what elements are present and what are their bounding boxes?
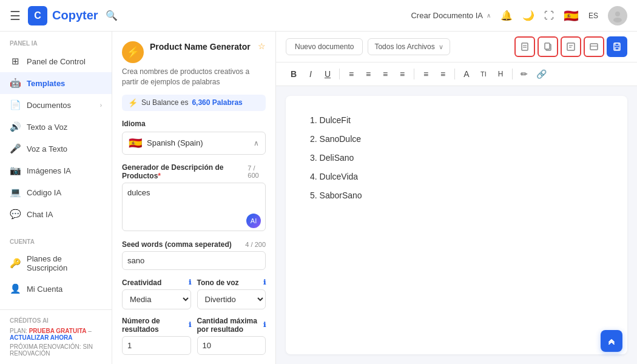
mi-cuenta-icon: 👤: [10, 283, 21, 294]
balance-icon: ⚡: [128, 98, 138, 107]
seed-input[interactable]: [122, 251, 266, 270]
format-text-size[interactable]: TI: [476, 66, 491, 82]
document-content[interactable]: 1. DulceFit 2. SanoDulce 3. DeliSano 4. …: [286, 96, 627, 354]
format-heading[interactable]: H: [493, 66, 508, 82]
sidebar-item-panel-control[interactable]: ⊞ Panel de Control: [0, 50, 112, 72]
sidebar-item-codigo-ia-label: Código IA: [27, 188, 61, 197]
format-list-unordered[interactable]: ≡: [435, 66, 451, 82]
sidebar-item-documentos-label: Documentos: [27, 101, 71, 110]
list-item: 4. DulceVida: [310, 170, 603, 183]
format-justify[interactable]: ≡: [394, 66, 410, 82]
description-char-count: 7 / 600: [248, 164, 266, 179]
plan-highlight: PRUEBA GRATUITA: [29, 328, 87, 334]
file-chevron-icon: ∨: [439, 43, 443, 51]
required-marker: *: [158, 172, 161, 180]
search-icon[interactable]: 🔍: [106, 10, 118, 21]
ai-assist-icon[interactable]: AI: [246, 214, 261, 228]
tone-label: Tono de voz ℹ: [197, 278, 266, 287]
sidebar-item-templates-label: Templates: [27, 79, 65, 88]
sidebar-item-planes[interactable]: 🔑 Planes de Suscripción: [0, 249, 112, 278]
seed-field-header: Seed words (comma seperated) 4 / 200: [122, 240, 266, 249]
sidebar-item-templates[interactable]: 🤖 Templates: [0, 72, 112, 94]
doc-icon-btn-3[interactable]: [561, 36, 581, 57]
format-link[interactable]: 🔗: [533, 66, 549, 82]
description-textarea-wrapper: dulces AI: [122, 183, 266, 233]
format-font-color[interactable]: A: [459, 66, 474, 82]
voz-texto-icon: 🎤: [10, 143, 21, 154]
format-bold[interactable]: B: [286, 66, 302, 82]
star-icon[interactable]: ☆: [258, 41, 266, 51]
seed-char-count: 4 / 200: [245, 241, 266, 248]
doc-icon-btn-save[interactable]: [607, 36, 627, 57]
max-qty-info-icon[interactable]: ℹ: [263, 321, 266, 329]
fmt-sep-3: [454, 69, 455, 79]
crear-documento-button[interactable]: Crear Documento IA ∧: [411, 11, 491, 20]
description-field-label: Generador de Descripción de Productos*: [122, 163, 248, 180]
generator-title: Product Name Generator: [150, 41, 252, 52]
crear-btn-label: Crear Documento IA: [411, 11, 483, 20]
creativity-select[interactable]: Baja Media Alta: [122, 289, 191, 309]
format-underline[interactable]: U: [320, 66, 335, 82]
format-align-left[interactable]: ≡: [343, 66, 359, 82]
document-list: 1. DulceFit 2. SanoDulce 3. DeliSano 4. …: [310, 114, 603, 202]
max-qty-input[interactable]: [197, 336, 266, 355]
documentos-icon: 📄: [10, 99, 21, 110]
new-document-button[interactable]: Nuevo documento: [286, 38, 363, 55]
fmt-sep-2: [414, 69, 414, 79]
language-label: ES: [588, 12, 598, 20]
language-select[interactable]: 🇪🇸 Spanish (Spain) ∧: [122, 132, 266, 155]
format-align-right[interactable]: ≡: [377, 66, 393, 82]
tone-select[interactable]: Formal Divertido Profesional: [197, 289, 266, 309]
svg-point-0: [615, 12, 620, 16]
balance-value: 6,360 Palabras: [192, 98, 242, 107]
planes-icon: 🔑: [10, 258, 21, 269]
logo-box: C: [28, 6, 47, 25]
num-results-info-icon[interactable]: ℹ: [189, 321, 191, 329]
max-qty-label: Cantidad máxima por resultado ℹ: [197, 317, 266, 334]
sidebar-item-documentos[interactable]: 📄 Documentos ›: [0, 94, 112, 116]
creativity-info-icon[interactable]: ℹ: [189, 278, 191, 286]
max-qty-label-text: Cantidad máxima por resultado: [197, 317, 262, 334]
sidebar-item-imagenes-ia[interactable]: 📷 Imágenes IA: [0, 160, 112, 181]
doc-icon-btn-1[interactable]: [514, 36, 535, 57]
actualizar-link[interactable]: ACTUALIZAR AHORA: [10, 334, 73, 341]
hamburger-icon[interactable]: ☰: [10, 8, 21, 23]
list-item: 5. SaborSano: [310, 189, 603, 202]
creativity-label-text: Creatividad: [122, 278, 161, 287]
sidebar-item-voz-texto[interactable]: 🎤 Voz a Texto: [0, 138, 112, 160]
language-flag[interactable]: 🇪🇸: [564, 8, 579, 23]
sidebar-item-chat-ia[interactable]: 💬 Chat IA: [0, 203, 112, 225]
scroll-top-button[interactable]: [601, 330, 622, 352]
generator-description: Crea nombres de productos creativos a pa…: [122, 67, 266, 87]
app-logo[interactable]: C Copyter: [28, 6, 98, 25]
doc-icon-btn-2[interactable]: [538, 36, 558, 57]
bell-icon[interactable]: 🔔: [500, 10, 513, 21]
renewal-text: PRÓXIMA RENOVACIÓN: SIN RENOVACIÓN: [10, 343, 102, 357]
language-flag: 🇪🇸: [129, 136, 142, 150]
sidebar-item-mi-cuenta[interactable]: 👤 Mi Cuenta: [0, 278, 112, 300]
moon-icon[interactable]: 🌙: [522, 10, 534, 21]
tone-info-icon[interactable]: ℹ: [263, 278, 266, 286]
document-action-icons: [514, 36, 627, 57]
description-textarea[interactable]: dulces: [122, 183, 266, 231]
format-list-ordered[interactable]: ≡: [418, 66, 434, 82]
num-results-input[interactable]: [122, 336, 191, 355]
generator-panel: ⚡ Product Name Generator ☆ Crea nombres …: [112, 32, 276, 364]
format-draw[interactable]: ✏: [516, 66, 532, 82]
panel-control-icon: ⊞: [10, 56, 21, 67]
sidebar-item-mi-cuenta-label: Mi Cuenta: [27, 285, 62, 294]
num-results-label-text: Número de resultados: [122, 317, 187, 334]
num-results-col: Número de resultados ℹ: [122, 317, 191, 355]
file-select-dropdown[interactable]: Todos los Archivos ∨: [368, 38, 450, 55]
svg-rect-14: [615, 47, 619, 50]
codigo-ia-icon: 💻: [10, 187, 21, 198]
format-italic[interactable]: I: [303, 66, 318, 82]
user-avatar[interactable]: [608, 6, 627, 25]
expand-icon[interactable]: ⛶: [544, 10, 554, 21]
svg-rect-7: [567, 43, 575, 50]
format-align-center[interactable]: ≡: [360, 66, 376, 82]
sidebar-item-texto-voz[interactable]: 🔊 Texto a Voz: [0, 116, 112, 138]
fmt-sep-1: [339, 69, 340, 79]
doc-icon-btn-4[interactable]: [584, 36, 604, 57]
sidebar-item-codigo-ia[interactable]: 💻 Código IA: [0, 181, 112, 203]
